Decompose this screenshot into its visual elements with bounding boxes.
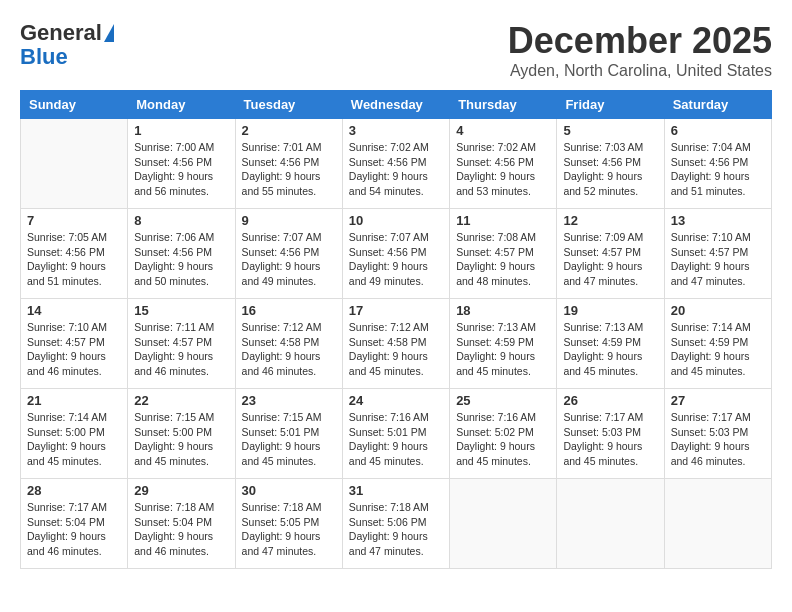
day-number: 11 [456, 213, 550, 228]
day-number: 26 [563, 393, 657, 408]
calendar-cell: 2Sunrise: 7:01 AMSunset: 4:56 PMDaylight… [235, 119, 342, 209]
day-number: 13 [671, 213, 765, 228]
calendar-cell: 20Sunrise: 7:14 AMSunset: 4:59 PMDayligh… [664, 299, 771, 389]
calendar-cell: 12Sunrise: 7:09 AMSunset: 4:57 PMDayligh… [557, 209, 664, 299]
day-number: 31 [349, 483, 443, 498]
calendar-cell: 31Sunrise: 7:18 AMSunset: 5:06 PMDayligh… [342, 479, 449, 569]
day-number: 29 [134, 483, 228, 498]
calendar-cell: 8Sunrise: 7:06 AMSunset: 4:56 PMDaylight… [128, 209, 235, 299]
location-text: Ayden, North Carolina, United States [508, 62, 772, 80]
day-number: 9 [242, 213, 336, 228]
calendar-cell: 19Sunrise: 7:13 AMSunset: 4:59 PMDayligh… [557, 299, 664, 389]
day-number: 6 [671, 123, 765, 138]
day-number: 1 [134, 123, 228, 138]
day-info: Sunrise: 7:01 AMSunset: 4:56 PMDaylight:… [242, 140, 336, 199]
day-info: Sunrise: 7:07 AMSunset: 4:56 PMDaylight:… [242, 230, 336, 289]
calendar-cell: 30Sunrise: 7:18 AMSunset: 5:05 PMDayligh… [235, 479, 342, 569]
day-number: 16 [242, 303, 336, 318]
calendar-cell: 14Sunrise: 7:10 AMSunset: 4:57 PMDayligh… [21, 299, 128, 389]
day-number: 27 [671, 393, 765, 408]
day-number: 19 [563, 303, 657, 318]
calendar-cell: 11Sunrise: 7:08 AMSunset: 4:57 PMDayligh… [450, 209, 557, 299]
calendar-header-saturday: Saturday [664, 91, 771, 119]
calendar-cell: 10Sunrise: 7:07 AMSunset: 4:56 PMDayligh… [342, 209, 449, 299]
day-number: 17 [349, 303, 443, 318]
calendar-week-row: 21Sunrise: 7:14 AMSunset: 5:00 PMDayligh… [21, 389, 772, 479]
calendar-cell: 27Sunrise: 7:17 AMSunset: 5:03 PMDayligh… [664, 389, 771, 479]
calendar-header-wednesday: Wednesday [342, 91, 449, 119]
day-info: Sunrise: 7:00 AMSunset: 4:56 PMDaylight:… [134, 140, 228, 199]
day-info: Sunrise: 7:12 AMSunset: 4:58 PMDaylight:… [242, 320, 336, 379]
calendar-week-row: 28Sunrise: 7:17 AMSunset: 5:04 PMDayligh… [21, 479, 772, 569]
calendar-cell [664, 479, 771, 569]
calendar-header-thursday: Thursday [450, 91, 557, 119]
day-info: Sunrise: 7:17 AMSunset: 5:03 PMDaylight:… [563, 410, 657, 469]
day-number: 25 [456, 393, 550, 408]
day-number: 5 [563, 123, 657, 138]
day-number: 3 [349, 123, 443, 138]
calendar-cell: 13Sunrise: 7:10 AMSunset: 4:57 PMDayligh… [664, 209, 771, 299]
day-number: 22 [134, 393, 228, 408]
calendar-cell: 9Sunrise: 7:07 AMSunset: 4:56 PMDaylight… [235, 209, 342, 299]
logo: General Blue [20, 20, 114, 68]
day-info: Sunrise: 7:15 AMSunset: 5:01 PMDaylight:… [242, 410, 336, 469]
day-info: Sunrise: 7:03 AMSunset: 4:56 PMDaylight:… [563, 140, 657, 199]
day-number: 8 [134, 213, 228, 228]
day-number: 23 [242, 393, 336, 408]
calendar-cell: 17Sunrise: 7:12 AMSunset: 4:58 PMDayligh… [342, 299, 449, 389]
calendar-cell: 5Sunrise: 7:03 AMSunset: 4:56 PMDaylight… [557, 119, 664, 209]
day-info: Sunrise: 7:14 AMSunset: 5:00 PMDaylight:… [27, 410, 121, 469]
title-section: December 2025 Ayden, North Carolina, Uni… [508, 20, 772, 80]
day-info: Sunrise: 7:10 AMSunset: 4:57 PMDaylight:… [671, 230, 765, 289]
calendar-cell: 15Sunrise: 7:11 AMSunset: 4:57 PMDayligh… [128, 299, 235, 389]
month-title: December 2025 [508, 20, 772, 62]
day-number: 20 [671, 303, 765, 318]
calendar-cell: 24Sunrise: 7:16 AMSunset: 5:01 PMDayligh… [342, 389, 449, 479]
day-info: Sunrise: 7:02 AMSunset: 4:56 PMDaylight:… [349, 140, 443, 199]
calendar-cell [21, 119, 128, 209]
day-number: 28 [27, 483, 121, 498]
day-info: Sunrise: 7:17 AMSunset: 5:04 PMDaylight:… [27, 500, 121, 559]
day-info: Sunrise: 7:18 AMSunset: 5:06 PMDaylight:… [349, 500, 443, 559]
calendar-cell: 23Sunrise: 7:15 AMSunset: 5:01 PMDayligh… [235, 389, 342, 479]
day-number: 2 [242, 123, 336, 138]
calendar-cell: 4Sunrise: 7:02 AMSunset: 4:56 PMDaylight… [450, 119, 557, 209]
day-info: Sunrise: 7:02 AMSunset: 4:56 PMDaylight:… [456, 140, 550, 199]
calendar-cell [557, 479, 664, 569]
day-info: Sunrise: 7:13 AMSunset: 4:59 PMDaylight:… [563, 320, 657, 379]
calendar-header-row: SundayMondayTuesdayWednesdayThursdayFrid… [21, 91, 772, 119]
calendar-cell: 21Sunrise: 7:14 AMSunset: 5:00 PMDayligh… [21, 389, 128, 479]
day-number: 15 [134, 303, 228, 318]
day-info: Sunrise: 7:18 AMSunset: 5:04 PMDaylight:… [134, 500, 228, 559]
day-number: 10 [349, 213, 443, 228]
calendar-header-friday: Friday [557, 91, 664, 119]
calendar-cell [450, 479, 557, 569]
day-info: Sunrise: 7:14 AMSunset: 4:59 PMDaylight:… [671, 320, 765, 379]
day-number: 18 [456, 303, 550, 318]
calendar-cell: 6Sunrise: 7:04 AMSunset: 4:56 PMDaylight… [664, 119, 771, 209]
calendar-week-row: 7Sunrise: 7:05 AMSunset: 4:56 PMDaylight… [21, 209, 772, 299]
day-info: Sunrise: 7:10 AMSunset: 4:57 PMDaylight:… [27, 320, 121, 379]
day-number: 14 [27, 303, 121, 318]
day-info: Sunrise: 7:08 AMSunset: 4:57 PMDaylight:… [456, 230, 550, 289]
day-info: Sunrise: 7:11 AMSunset: 4:57 PMDaylight:… [134, 320, 228, 379]
day-info: Sunrise: 7:07 AMSunset: 4:56 PMDaylight:… [349, 230, 443, 289]
day-number: 21 [27, 393, 121, 408]
day-number: 12 [563, 213, 657, 228]
calendar-cell: 22Sunrise: 7:15 AMSunset: 5:00 PMDayligh… [128, 389, 235, 479]
calendar-cell: 25Sunrise: 7:16 AMSunset: 5:02 PMDayligh… [450, 389, 557, 479]
day-info: Sunrise: 7:12 AMSunset: 4:58 PMDaylight:… [349, 320, 443, 379]
day-info: Sunrise: 7:05 AMSunset: 4:56 PMDaylight:… [27, 230, 121, 289]
logo-triangle-icon [104, 24, 114, 42]
page-header: General Blue December 2025 Ayden, North … [20, 20, 772, 80]
calendar-header-tuesday: Tuesday [235, 91, 342, 119]
calendar-cell: 1Sunrise: 7:00 AMSunset: 4:56 PMDaylight… [128, 119, 235, 209]
day-info: Sunrise: 7:17 AMSunset: 5:03 PMDaylight:… [671, 410, 765, 469]
calendar-cell: 28Sunrise: 7:17 AMSunset: 5:04 PMDayligh… [21, 479, 128, 569]
calendar-cell: 29Sunrise: 7:18 AMSunset: 5:04 PMDayligh… [128, 479, 235, 569]
day-info: Sunrise: 7:15 AMSunset: 5:00 PMDaylight:… [134, 410, 228, 469]
day-info: Sunrise: 7:18 AMSunset: 5:05 PMDaylight:… [242, 500, 336, 559]
logo-general-text: General [20, 20, 102, 46]
calendar-week-row: 1Sunrise: 7:00 AMSunset: 4:56 PMDaylight… [21, 119, 772, 209]
day-info: Sunrise: 7:09 AMSunset: 4:57 PMDaylight:… [563, 230, 657, 289]
